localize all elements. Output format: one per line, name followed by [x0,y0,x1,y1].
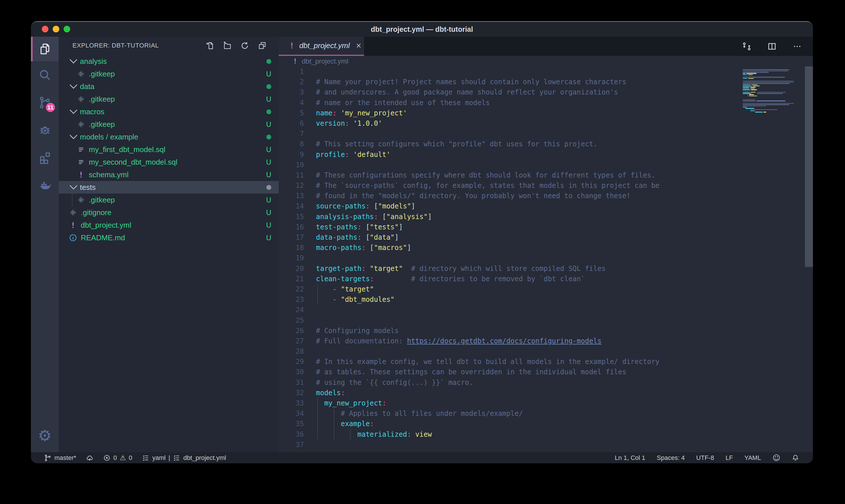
code-line-34[interactable]: 34 # Applies to all files under models/e… [279,408,813,419]
tree-file-my-first-dbt-model-sql[interactable]: my_first_dbt_model.sqlU [59,143,279,156]
code-line-7[interactable]: 7 [279,129,813,139]
tree-file--gitkeep[interactable]: .gitkeepU [59,93,279,105]
minimap[interactable] [743,67,805,452]
tree-item-label: .gitignore [81,208,111,217]
code-line-21[interactable]: 21clean-targets: # directories to be rem… [279,274,813,284]
breadcrumb[interactable]: ! dbt_project.yml [279,56,813,67]
code-line-30[interactable]: 30# as tables. These settings can be ove… [279,367,813,377]
indentation-setting[interactable]: Spaces: 4 [657,454,685,462]
minimap-line-mark [755,87,756,88]
activity-explorer[interactable] [31,37,59,61]
code-line-13[interactable]: 13# found in the "models/" directory. Yo… [279,191,813,201]
code-line-17[interactable]: 17data-paths: ["data"] [279,232,813,242]
notifications-bell-icon[interactable] [792,454,799,462]
code-line-35[interactable]: 35 example: [279,419,813,429]
tree-file--gitignore[interactable]: .gitignoreU [59,206,279,219]
minimap-line-mark [748,94,748,95]
encoding-setting[interactable]: UTF-8 [696,454,714,462]
tree-file-readme-md[interactable]: README.mdU [59,231,279,244]
code-line-5[interactable]: 5name: 'my_new_project' [279,108,813,118]
code-line-22[interactable]: 22 - "target" [279,284,813,294]
code-line-6[interactable]: 6version: '1.0.0' [279,118,813,129]
code-line-12[interactable]: 12# The `source-paths` config, for examp… [279,180,813,191]
code-line-15[interactable]: 15analysis-paths: ["analysis"] [279,212,813,222]
new-file-icon[interactable] [205,41,214,50]
code-line-23[interactable]: 23 - "dbt_modules" [279,294,813,305]
language-mode[interactable]: YAML [744,454,761,462]
code-line-25[interactable]: 25 [279,315,813,326]
close-window-button[interactable] [42,26,49,32]
more-actions-icon[interactable] [792,41,802,51]
code-line-33[interactable]: 33 my_new_project: [279,398,813,408]
code-line-32[interactable]: 32models: [279,388,813,398]
yaml-mode-status[interactable]: yaml | dbt_project.yml [142,454,226,462]
activity-settings[interactable]: ⚙ [31,424,59,448]
code-line-14[interactable]: 14source-paths: ["models"] [279,201,813,211]
zoom-window-button[interactable] [64,26,70,32]
indent-guide [317,408,318,419]
activity-extensions[interactable] [31,144,59,171]
code-line-26[interactable]: 26# Configuring models [279,326,813,336]
code-line-11[interactable]: 11# These configurations specify where d… [279,170,813,180]
code-line-4[interactable]: 4# name or the intended use of these mod… [279,98,813,108]
code-line-28[interactable]: 28 [279,346,813,357]
code-line-16[interactable]: 16test-paths: ["tests"] [279,222,813,232]
tree-item-label: my_first_dbt_model.sql [89,145,165,154]
code-line-18[interactable]: 18macro-paths: ["macros"] [279,242,813,253]
line-text: # Applies to all files under models/exam… [304,408,523,419]
branch-status[interactable]: master* [44,454,76,462]
tree-file-schema-yml[interactable]: !schema.ymlU [59,168,279,181]
activity-source-control[interactable]: 11 [31,89,59,116]
code-line-8[interactable]: 8# This setting configures which "profil… [279,139,813,149]
code-line-1[interactable]: 1 [279,67,813,77]
eol-setting[interactable]: LF [725,454,733,462]
tree-file-my-second-dbt-model-sql[interactable]: my_second_dbt_model.sqlU [59,156,279,168]
code-line-29[interactable]: 29# In this example config, we tell dbt … [279,357,813,367]
code-line-24[interactable]: 24 [279,305,813,315]
git-file-icon [77,120,85,128]
code-line-10[interactable]: 10 [279,160,813,170]
tree-file--gitkeep[interactable]: .gitkeepU [59,118,279,130]
tree-item-label: models / example [80,132,138,142]
scrollbar-thumb[interactable] [805,67,813,267]
feedback-smiley-icon[interactable]: ☺ [773,454,780,462]
refresh-icon[interactable] [240,41,249,50]
tree-file-dbt-project-yml[interactable]: !dbt_project.ymlU [59,219,279,231]
code-line-2[interactable]: 2# Name your project! Project names shou… [279,77,813,87]
code-line-31[interactable]: 31# using the `{{ config(...) }}` macro. [279,377,813,388]
code-line-20[interactable]: 20target-path: "target" # directory whic… [279,264,813,274]
activity-search[interactable] [31,61,59,89]
split-editor-icon[interactable] [767,41,777,51]
open-changes-icon[interactable] [742,41,752,51]
tree-folder-data[interactable]: data [59,80,279,93]
git-untracked-badge: U [266,171,271,179]
code-line-36[interactable]: 36 materialized: view [279,429,813,439]
bug-icon [38,123,52,137]
close-tab-icon[interactable]: × [356,41,361,50]
tree-file--gitkeep[interactable]: .gitkeepU [59,68,279,80]
sync-status[interactable] [86,454,93,462]
code-line-27[interactable]: 27# Full documentation: https://docs.get… [279,336,813,346]
activity-docker[interactable] [31,171,59,199]
tab-dbt-project-yml[interactable]: ! dbt_project.yml × [279,37,364,56]
breadcrumb-file-label[interactable]: dbt_project.yml [302,57,348,65]
code-line-3[interactable]: 3# and underscores. A good package name … [279,87,813,97]
tree-folder-analysis[interactable]: analysis [59,55,279,68]
collapse-folders-icon[interactable] [258,41,267,50]
tree-folder-models-example[interactable]: models / example [59,130,279,143]
code-line-37[interactable]: 37 [279,439,813,450]
tree-file--gitkeep[interactable]: .gitkeepU [59,194,279,206]
code-line-19[interactable]: 19 [279,253,813,263]
new-folder-icon[interactable] [223,41,232,50]
minimize-window-button[interactable] [53,26,59,32]
cursor-position[interactable]: Ln 1, Col 1 [615,454,645,462]
problems-status[interactable]: 0 ⚠ 0 [103,454,132,462]
activity-run-debug[interactable] [31,116,59,144]
tree-folder-tests[interactable]: tests [59,181,279,194]
line-number: 21 [279,274,304,284]
code-line-9[interactable]: 9profile: 'default' [279,149,813,160]
line-text: macro-paths: ["macros"] [304,242,411,253]
code-editor[interactable]: 12# Name your project! Project names sho… [279,67,813,452]
minimap-line-mark [743,73,745,74]
tree-folder-macros[interactable]: macros [59,105,279,118]
